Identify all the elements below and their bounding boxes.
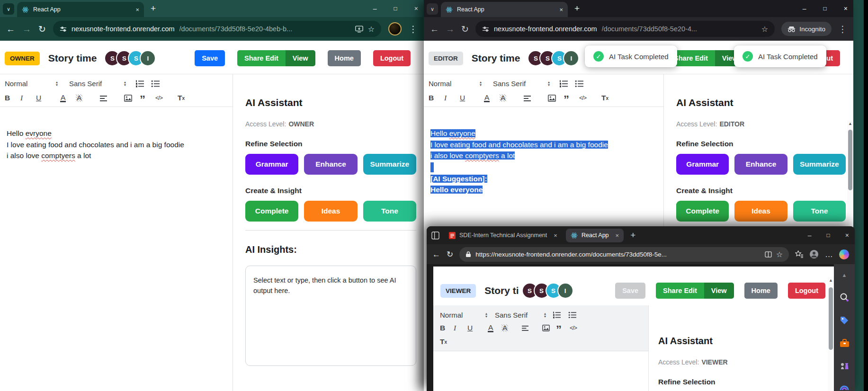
image-button[interactable] [124, 95, 140, 102]
clear-formatting-button[interactable]: Tx [440, 338, 456, 346]
enhance-button[interactable]: Enhance [304, 154, 357, 175]
browser-tab-pdf[interactable]: SDE-Intern Technical Assignment × [444, 229, 562, 242]
profile-icon[interactable] [809, 249, 819, 259]
paragraph-style-select[interactable]: Normal ▴▾ [429, 80, 482, 88]
logout-button[interactable]: Logout [788, 283, 825, 299]
games-icon[interactable] [839, 361, 850, 371]
minimize-button[interactable]: – [803, 5, 806, 12]
italic-button[interactable]: I [454, 324, 467, 332]
ai-task-completed-toast[interactable]: ✓ AI Task Completed [585, 45, 677, 67]
browser-menu-icon[interactable]: ⋮ [409, 25, 418, 34]
copilot-icon[interactable] [839, 249, 849, 259]
tab-search-button[interactable]: ∨ [3, 3, 14, 15]
tab-close-icon[interactable]: × [616, 232, 619, 239]
tab-close-icon[interactable]: × [135, 6, 139, 13]
browser-tab-react-app[interactable]: React App × [566, 229, 624, 242]
scroll-up-icon[interactable]: ▲ [848, 120, 852, 127]
browser-menu-icon[interactable]: ⋮ [838, 25, 847, 34]
new-tab-button[interactable]: + [630, 230, 635, 240]
font-select[interactable]: Sans Serif ▴▾ [493, 80, 550, 88]
highlight-color-button[interactable]: A [76, 94, 91, 102]
browser-profile-avatar[interactable] [388, 22, 402, 36]
ai-task-completed-toast[interactable]: ✓ AI Task Completed [734, 45, 826, 67]
summarize-button[interactable]: Summarize [793, 154, 846, 175]
document-editor[interactable]: Hello evryone I love eating food and cho… [0, 107, 233, 391]
address-bar[interactable]: nexusnote-frontend.onrender.com /documen… [53, 21, 381, 37]
highlight-color-button[interactable]: A [500, 94, 515, 102]
underline-button[interactable]: U [467, 324, 481, 332]
bookmark-star-icon[interactable]: ☆ [761, 25, 768, 34]
complete-button[interactable]: Complete [676, 201, 729, 222]
ideas-button[interactable]: Ideas [734, 201, 787, 222]
bold-button[interactable]: B [429, 94, 444, 102]
save-button[interactable]: Save [195, 50, 225, 66]
close-window-button[interactable]: × [844, 5, 848, 12]
image-button[interactable] [542, 325, 556, 331]
reload-button[interactable]: ↻ [447, 250, 453, 258]
split-screen-icon[interactable] [765, 251, 772, 258]
bullet-list-button[interactable] [575, 80, 591, 88]
bullet-list-button[interactable] [568, 311, 584, 319]
underline-button[interactable]: U [36, 94, 52, 102]
scroll-up-icon[interactable]: ▲ [829, 277, 833, 284]
font-select[interactable]: Sans Serif ▴▾ [69, 80, 126, 88]
collapse-sidebar-icon[interactable]: ▲ [839, 272, 850, 279]
text-color-button[interactable]: A [484, 94, 500, 102]
text-color-button[interactable]: A [488, 324, 501, 332]
ordered-list-button[interactable] [559, 80, 575, 88]
paragraph-style-select[interactable]: Normal ▴▾ [5, 80, 58, 88]
tone-button[interactable]: Tone [363, 201, 416, 222]
back-button[interactable]: ← [430, 25, 439, 34]
scrollbar-thumb[interactable] [848, 130, 852, 190]
document-editor[interactable] [433, 351, 648, 391]
browser-essentials-icon[interactable] [839, 384, 850, 391]
browser-tab-react-app[interactable]: React App × [441, 2, 568, 17]
forward-button[interactable]: → [446, 25, 455, 34]
italic-button[interactable]: I [20, 94, 36, 102]
align-button[interactable] [100, 95, 116, 101]
image-button[interactable] [548, 95, 564, 102]
view-button[interactable]: View [704, 283, 734, 299]
address-bar[interactable]: https://nexusnote-frontend.onrender.com/… [459, 247, 789, 262]
maximize-button[interactable]: □ [827, 232, 830, 239]
share-edit-button[interactable]: Share Edit [656, 283, 704, 299]
tab-close-icon[interactable]: × [554, 232, 557, 239]
blockquote-button[interactable]: ” [556, 324, 570, 332]
code-block-button[interactable]: </> [570, 325, 583, 331]
home-button[interactable]: Home [328, 50, 361, 66]
browser-tab-react-app[interactable]: React App × [17, 2, 144, 17]
close-window-button[interactable]: × [414, 5, 418, 12]
back-button[interactable]: ← [6, 25, 15, 34]
grammar-button[interactable]: Grammar [245, 154, 298, 175]
minimize-button[interactable]: – [373, 5, 377, 12]
font-select[interactable]: Sans Serif ▴▾ [495, 311, 546, 319]
paragraph-style-select[interactable]: Normal ▴▾ [440, 311, 487, 319]
shopping-tag-icon[interactable] [839, 316, 850, 325]
bold-button[interactable]: B [440, 324, 454, 332]
enhance-button[interactable]: Enhance [734, 154, 787, 175]
search-icon[interactable] [839, 293, 850, 302]
bullet-list-button[interactable] [151, 80, 167, 88]
back-button[interactable]: ← [432, 250, 440, 258]
tone-button[interactable]: Tone [793, 201, 846, 222]
blockquote-button[interactable]: ” [564, 94, 579, 102]
close-window-button[interactable]: × [845, 231, 849, 239]
favorite-star-icon[interactable]: ☆ [776, 250, 783, 259]
browser-menu-icon[interactable]: … [825, 250, 833, 258]
forward-button[interactable]: → [22, 25, 31, 34]
ideas-button[interactable]: Ideas [304, 201, 357, 222]
bookmark-star-icon[interactable]: ☆ [368, 25, 375, 34]
minimize-button[interactable]: – [808, 231, 812, 239]
reload-button[interactable]: ↻ [38, 25, 46, 34]
summarize-button[interactable]: Summarize [363, 154, 416, 175]
align-button[interactable] [522, 325, 536, 331]
tab-actions-icon[interactable] [431, 231, 439, 240]
maximize-button[interactable]: □ [823, 5, 827, 12]
new-tab-button[interactable]: + [574, 3, 580, 14]
complete-button[interactable]: Complete [245, 201, 298, 222]
grammar-button[interactable]: Grammar [676, 154, 729, 175]
reload-button[interactable]: ↻ [461, 25, 469, 34]
tools-icon[interactable] [839, 339, 850, 347]
tab-close-icon[interactable]: × [559, 6, 563, 13]
address-bar[interactable]: nexusnote-frontend.onrender.com /documen… [475, 21, 775, 37]
